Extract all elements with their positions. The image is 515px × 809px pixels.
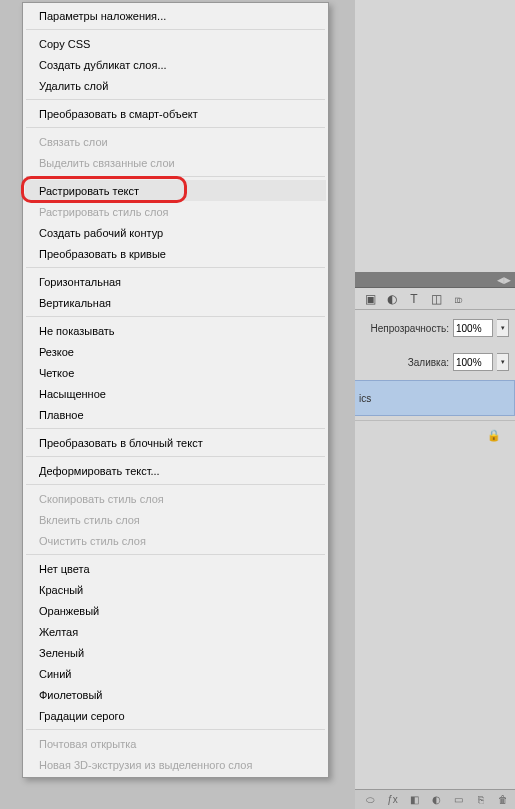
- link-icon[interactable]: ⬭: [364, 793, 377, 806]
- menu-item: Скопировать стиль слоя: [25, 488, 326, 509]
- type-icon[interactable]: T: [407, 292, 421, 306]
- menu-item: Новая 3D-экструзия из выделенного слоя: [25, 754, 326, 775]
- menu-item[interactable]: Красный: [25, 579, 326, 600]
- expand-arrows-icon[interactable]: ◀▶: [497, 275, 511, 285]
- menu-item[interactable]: Четкое: [25, 362, 326, 383]
- menu-separator: [26, 316, 325, 317]
- new-layer-icon[interactable]: ⎘: [474, 793, 487, 806]
- menu-separator: [26, 729, 325, 730]
- menu-item[interactable]: Удалить слой: [25, 75, 326, 96]
- menu-item: Выделить связанные слои: [25, 152, 326, 173]
- opacity-label: Непрозрачность:: [370, 323, 449, 334]
- fill-row: Заливка: ▾: [355, 350, 515, 374]
- layer-item-selected[interactable]: ics: [355, 380, 515, 416]
- opacity-row: Непрозрачность: ▾: [355, 316, 515, 340]
- menu-item[interactable]: Желтая: [25, 621, 326, 642]
- menu-separator: [26, 127, 325, 128]
- menu-item[interactable]: Оранжевый: [25, 600, 326, 621]
- menu-separator: [26, 99, 325, 100]
- fill-dropdown-icon[interactable]: ▾: [497, 353, 509, 371]
- fill-input[interactable]: [453, 353, 493, 371]
- menu-item: Связать слои: [25, 131, 326, 152]
- menu-item[interactable]: Преобразовать в смарт-объект: [25, 103, 326, 124]
- menu-item: Вклеить стиль слоя: [25, 509, 326, 530]
- menu-separator: [26, 484, 325, 485]
- menu-item[interactable]: Резкое: [25, 341, 326, 362]
- context-menu: Параметры наложения...Copy CSSСоздать ду…: [22, 2, 329, 778]
- menu-separator: [26, 267, 325, 268]
- menu-item[interactable]: Насыщенное: [25, 383, 326, 404]
- menu-item[interactable]: Создать дубликат слоя...: [25, 54, 326, 75]
- menu-item[interactable]: Деформировать текст...: [25, 460, 326, 481]
- menu-item[interactable]: Параметры наложения...: [25, 5, 326, 26]
- menu-separator: [26, 29, 325, 30]
- menu-item[interactable]: Преобразовать в кривые: [25, 243, 326, 264]
- menu-item[interactable]: Не показывать: [25, 320, 326, 341]
- fill-label: Заливка:: [408, 357, 449, 368]
- panels-header: ◀▶: [355, 272, 515, 288]
- menu-separator: [26, 456, 325, 457]
- panels-toolbar: ▣ ◐ T ◫ ⎄: [355, 288, 515, 310]
- menu-item[interactable]: Фиолетовый: [25, 684, 326, 705]
- menu-item: Растрировать стиль слоя: [25, 201, 326, 222]
- menu-item[interactable]: Зеленый: [25, 642, 326, 663]
- layer-name: ics: [359, 393, 371, 404]
- menu-item[interactable]: Градации серого: [25, 705, 326, 726]
- layers-bottom-toolbar: ⬭ ƒx ◧ ◐ ▭ ⎘ 🗑: [355, 789, 515, 809]
- lock-row: 🔒: [355, 420, 515, 450]
- menu-item[interactable]: Copy CSS: [25, 33, 326, 54]
- menu-item[interactable]: Горизонтальная: [25, 271, 326, 292]
- menu-item: Очистить стиль слоя: [25, 530, 326, 551]
- opacity-dropdown-icon[interactable]: ▾: [497, 319, 509, 337]
- image-icon[interactable]: ▣: [363, 292, 377, 306]
- menu-item[interactable]: Синий: [25, 663, 326, 684]
- menu-item[interactable]: Нет цвета: [25, 558, 326, 579]
- menu-item[interactable]: Преобразовать в блочный текст: [25, 432, 326, 453]
- menu-item[interactable]: Плавное: [25, 404, 326, 425]
- menu-item[interactable]: Создать рабочий контур: [25, 222, 326, 243]
- menu-item[interactable]: Вертикальная: [25, 292, 326, 313]
- adjust-icon[interactable]: ◐: [385, 292, 399, 306]
- opacity-input[interactable]: [453, 319, 493, 337]
- folder-icon[interactable]: ▭: [452, 793, 465, 806]
- path-icon[interactable]: ⎄: [451, 292, 465, 306]
- menu-separator: [26, 176, 325, 177]
- fx-icon[interactable]: ƒx: [386, 793, 399, 806]
- mask-icon[interactable]: ◧: [408, 793, 421, 806]
- shape-icon[interactable]: ◫: [429, 292, 443, 306]
- lock-icon[interactable]: 🔒: [487, 429, 501, 442]
- menu-item[interactable]: Растрировать текст: [25, 180, 326, 201]
- adjustment-icon[interactable]: ◐: [430, 793, 443, 806]
- panel-body: [355, 452, 515, 789]
- menu-separator: [26, 428, 325, 429]
- trash-icon[interactable]: 🗑: [496, 793, 509, 806]
- menu-item: Почтовая открытка: [25, 733, 326, 754]
- menu-separator: [26, 554, 325, 555]
